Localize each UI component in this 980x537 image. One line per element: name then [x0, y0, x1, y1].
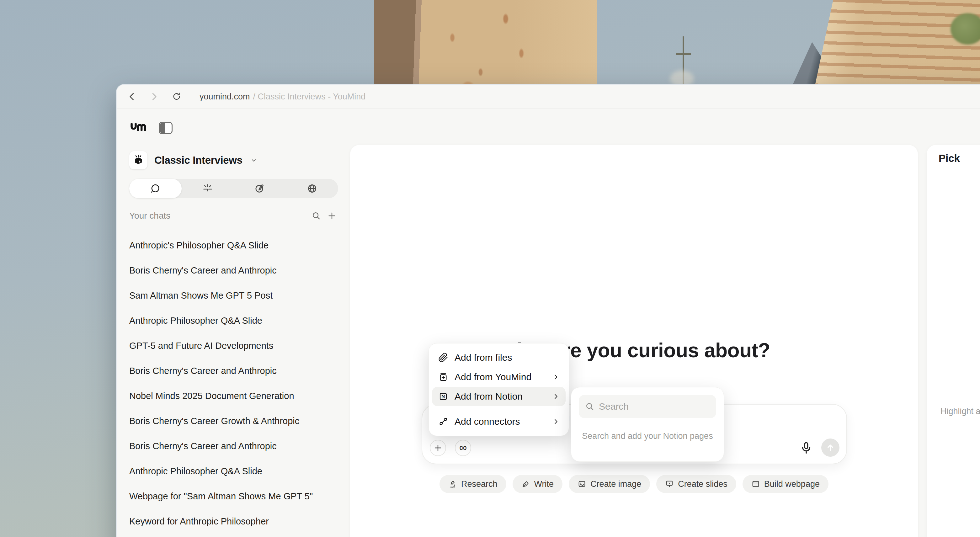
- dictate-button[interactable]: [798, 440, 815, 456]
- url-host: youmind.com: [199, 92, 250, 101]
- browser-window-icon: [751, 480, 760, 488]
- reload-icon: [172, 92, 181, 101]
- tab-web[interactable]: [286, 179, 339, 198]
- create-slides-button[interactable]: Create slides: [656, 475, 736, 493]
- youmind-logo-icon: [129, 121, 147, 133]
- chat-bubble-icon: [150, 183, 161, 194]
- arrow-up-icon: [825, 443, 835, 453]
- youmind-box-icon: [438, 372, 448, 382]
- image-icon: [578, 480, 586, 488]
- menu-item-label: Add from YouMind: [455, 372, 531, 382]
- sidebar-toggle-icon[interactable]: [159, 122, 173, 134]
- chevron-right-icon: [552, 418, 559, 425]
- plus-icon: [434, 443, 442, 452]
- menu-divider: [437, 409, 561, 409]
- svg-text:N: N: [441, 394, 445, 399]
- chat-list-item[interactable]: Webpage for "Sam Altman Shows Me GPT 5": [129, 484, 342, 509]
- infinity-mode-button[interactable]: ∞: [455, 440, 471, 456]
- chip-label: Write: [534, 479, 554, 489]
- new-chat-button[interactable]: [326, 210, 338, 222]
- browser-window: youmind.com/ Classic Interviews - YouMin…: [116, 84, 980, 537]
- globe-icon: [307, 183, 317, 194]
- menu-item-label: Add connectors: [455, 416, 520, 427]
- search-chats-button[interactable]: [310, 210, 323, 222]
- pen-nib-icon: [521, 480, 530, 488]
- wallpaper-cross: [676, 53, 691, 55]
- search-icon: [312, 211, 321, 221]
- chat-list: Anthropic's Philosopher Q&A Slide Boris …: [129, 233, 342, 534]
- microphone-icon: [799, 441, 813, 455]
- wallpaper-tower: [374, 0, 597, 94]
- notion-search-input[interactable]: [599, 401, 720, 412]
- notion-popup-empty-text: Search and add your Notion pages: [571, 431, 724, 441]
- reload-button[interactable]: [171, 91, 183, 103]
- chip-label: Build webpage: [764, 479, 820, 489]
- browser-navbar: youmind.com/ Classic Interviews - YouMin…: [117, 85, 980, 109]
- back-icon: [127, 92, 137, 101]
- chevron-right-icon: [552, 373, 559, 380]
- chat-list-item[interactable]: Anthropic's Philosopher Q&A Slide: [129, 233, 342, 258]
- back-button[interactable]: [126, 91, 138, 103]
- chat-list-item[interactable]: Sam Altman Shows Me GPT 5 Post: [129, 283, 342, 308]
- menu-item-add-connectors[interactable]: Add connectors: [432, 412, 566, 431]
- create-image-button[interactable]: Create image: [569, 475, 650, 493]
- chats-header-label: Your chats: [129, 211, 170, 221]
- chat-list-item[interactable]: Anthropic Philosopher Q&A Slide: [129, 308, 342, 333]
- main-panel: What are you curious about? u ∞ Research: [350, 145, 918, 537]
- tab-write[interactable]: [234, 179, 286, 198]
- infinity-icon: ∞: [459, 442, 467, 453]
- search-icon: [585, 402, 595, 411]
- chip-label: Create slides: [678, 479, 727, 489]
- write-button[interactable]: Write: [512, 475, 563, 493]
- menu-item-label: Add from files: [455, 352, 512, 363]
- chat-list-item[interactable]: GPT-5 and Future AI Developments: [129, 333, 342, 358]
- send-button[interactable]: [821, 438, 840, 457]
- spotlight-icon: [202, 183, 213, 194]
- right-panel-title: Pick: [939, 153, 960, 164]
- right-panel: Pick Highlight an: [927, 145, 980, 537]
- chats-header: Your chats: [129, 210, 338, 222]
- menu-item-label: Add from Notion: [455, 391, 523, 402]
- notion-icon: N: [438, 391, 448, 402]
- add-source-button[interactable]: [430, 440, 446, 456]
- board-title: Classic Interviews: [154, 154, 242, 166]
- menu-item-add-from-youmind[interactable]: Add from YouMind: [432, 367, 566, 387]
- pen-circle-icon: [255, 183, 265, 194]
- address-bar[interactable]: youmind.com/ Classic Interviews - YouMin…: [199, 92, 366, 102]
- board-box-icon: [129, 151, 148, 169]
- forward-button[interactable]: [148, 91, 160, 103]
- chat-list-item[interactable]: Anthropic Philosopher Q&A Slide: [129, 459, 342, 484]
- desktop: youmind.com/ Classic Interviews - YouMin…: [0, 0, 980, 537]
- menu-item-add-from-files[interactable]: Add from files: [432, 348, 566, 367]
- notion-search-field[interactable]: [579, 395, 716, 418]
- chat-list-item[interactable]: Keyword for Anthropic Philosopher: [129, 509, 342, 534]
- right-panel-snippet: Highlight an: [940, 407, 980, 416]
- add-source-menu: Add from files Add from YouMind N Add fr…: [428, 343, 569, 436]
- board-selector[interactable]: Classic Interviews: [129, 151, 258, 169]
- connectors-icon: [438, 416, 448, 427]
- chat-list-item[interactable]: Boris Cherny's Career Growth & Anthropic: [129, 408, 342, 434]
- chip-label: Research: [461, 479, 498, 489]
- sidebar-tabbar: [129, 179, 338, 198]
- quick-actions: Research Write Create image Create slide…: [350, 475, 918, 493]
- menu-item-add-from-notion[interactable]: N Add from Notion: [432, 387, 566, 406]
- wallpaper-building: [813, 0, 980, 94]
- research-button[interactable]: Research: [439, 475, 506, 493]
- microscope-icon: [448, 480, 457, 488]
- forward-icon: [150, 92, 159, 101]
- tab-highlights[interactable]: [181, 179, 234, 198]
- tab-chats[interactable]: [129, 179, 181, 198]
- chat-list-item[interactable]: Nobel Minds 2025 Document Generation: [129, 383, 342, 408]
- plus-icon: [327, 211, 337, 221]
- chevron-down-icon: [250, 157, 258, 164]
- presentation-icon: [665, 480, 674, 488]
- notion-search-popup: Search and add your Notion pages: [571, 387, 724, 462]
- chip-label: Create image: [590, 479, 641, 489]
- url-title: / Classic Interviews - YouMind: [253, 92, 366, 101]
- build-webpage-button[interactable]: Build webpage: [743, 475, 829, 493]
- chat-list-item[interactable]: Boris Cherny's Career and Anthropic: [129, 434, 342, 459]
- chat-list-item[interactable]: Boris Cherny's Career and Anthropic: [129, 358, 342, 383]
- paperclip-icon: [438, 353, 448, 362]
- chat-list-item[interactable]: Boris Cherny's Career and Anthropic: [129, 258, 342, 283]
- chevron-right-icon: [552, 393, 559, 400]
